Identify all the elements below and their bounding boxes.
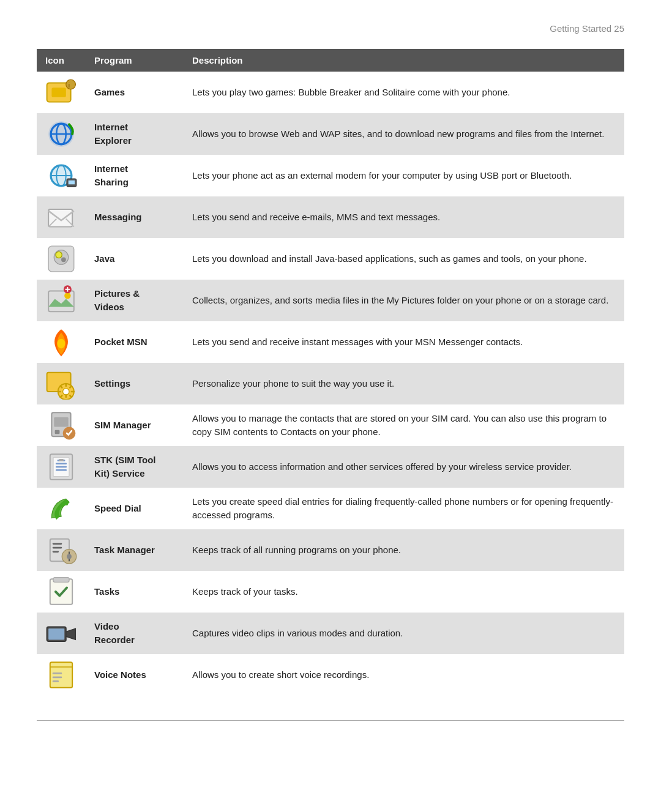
description-cell-0: Lets you play two games: Bubble Breaker … [184, 72, 624, 113]
table-row: Task ManagerKeeps track of all running p… [37, 529, 624, 571]
description-cell-1: Allows you to browse Web and WAP sites, … [184, 113, 624, 155]
program-cell-12: Tasks [86, 571, 184, 613]
icon-cell-settings [37, 363, 86, 404]
svg-point-2 [66, 80, 76, 89]
svg-rect-1 [51, 88, 65, 97]
svg-rect-36 [59, 459, 64, 461]
description-cell-7: Personalize your phone to suit the way y… [184, 363, 624, 404]
table-row: JavaLets you download and install Java-b… [37, 238, 624, 280]
svg-point-20 [61, 257, 66, 262]
description-cell-5: Collects, organizes, and sorts media fil… [184, 280, 624, 321]
table-row: i GamesLets you play two games: Bubble B… [37, 72, 624, 113]
icon-cell-task-manager [37, 529, 86, 571]
program-cell-9: STK (SIM ToolKit) Service [86, 446, 184, 488]
table-row: TasksKeeps track of your tasks. [37, 571, 624, 613]
icon-cell-games: i [37, 72, 86, 113]
program-cell-10: Speed Dial [86, 488, 184, 529]
icon-cell-tasks [37, 571, 86, 613]
svg-rect-46 [50, 662, 72, 688]
svg-rect-31 [54, 417, 68, 427]
table-row: SettingsPersonalize your phone to suit t… [37, 363, 624, 404]
icon-cell-sim-manager [37, 404, 86, 446]
description-cell-10: Lets you create speed dial entries for d… [184, 488, 624, 529]
program-cell-5: Pictures &Videos [86, 280, 184, 321]
program-cell-1: InternetExplorer [86, 113, 184, 155]
description-cell-4: Lets you download and install Java-based… [184, 238, 624, 280]
program-cell-11: Task Manager [86, 529, 184, 571]
svg-text:i: i [69, 82, 70, 89]
icon-cell-internet-explorer [37, 113, 86, 155]
program-cell-6: Pocket MSN [86, 321, 184, 363]
icon-cell-internet-sharing [37, 155, 86, 196]
icon-cell-pictures-videos [37, 280, 86, 321]
description-cell-6: Lets you send and receive instant messag… [184, 321, 624, 363]
table-row: SIM ManagerAllows you to manage the cont… [37, 404, 624, 446]
description-cell-9: Allows you to access information and oth… [184, 446, 624, 488]
svg-point-22 [64, 292, 70, 299]
svg-rect-32 [55, 430, 60, 434]
program-cell-4: Java [86, 238, 184, 280]
table-row: InternetExplorerAllows you to browse Web… [37, 113, 624, 155]
svg-rect-13 [69, 181, 75, 185]
icon-cell-voice-notes [37, 654, 86, 696]
svg-point-39 [67, 554, 72, 559]
table-row: VideoRecorderCaptures video clips in var… [37, 613, 624, 654]
description-cell-14: Allows you to create short voice recordi… [184, 654, 624, 696]
svg-point-29 [63, 389, 69, 395]
icon-cell-pocket-msn [37, 321, 86, 363]
icon-cell-messaging [37, 196, 86, 238]
svg-point-26 [58, 339, 65, 349]
description-cell-12: Keeps track of your tasks. [184, 571, 624, 613]
description-cell-2: Lets your phone act as an external modem… [184, 155, 624, 196]
program-cell-13: VideoRecorder [86, 613, 184, 654]
main-table-wrapper: Icon Program Description i GamesLets you… [37, 49, 624, 696]
page-number: Getting Started 25 [550, 23, 624, 34]
table-row: Pocket MSNLets you send and receive inst… [37, 321, 624, 363]
svg-rect-42 [50, 579, 72, 605]
icon-cell-speed-dial [37, 488, 86, 529]
program-cell-7: Settings [86, 363, 184, 404]
table-row: STK (SIM ToolKit) ServiceAllows you to a… [37, 446, 624, 488]
icon-cell-video-recorder [37, 613, 86, 654]
svg-rect-43 [53, 578, 69, 583]
icon-cell-stk [37, 446, 86, 488]
icon-cell-java [37, 238, 86, 280]
table-row: Speed DialLets you create speed dial ent… [37, 488, 624, 529]
description-cell-11: Keeps track of all running programs on y… [184, 529, 624, 571]
description-cell-13: Captures video clips in various modes an… [184, 613, 624, 654]
svg-point-19 [56, 251, 62, 258]
program-cell-14: Voice Notes [86, 654, 184, 696]
program-cell-2: InternetSharing [86, 155, 184, 196]
program-cell-0: Games [86, 72, 184, 113]
program-cell-3: Messaging [86, 196, 184, 238]
col-header-icon: Icon [37, 49, 86, 72]
program-cell-8: SIM Manager [86, 404, 184, 446]
table-row: Voice NotesAllows you to create short vo… [37, 654, 624, 696]
table-row: Pictures &VideosCollects, organizes, and… [37, 280, 624, 321]
description-cell-8: Allows you to manage the contacts that a… [184, 404, 624, 446]
svg-rect-45 [48, 628, 64, 639]
description-cell-3: Lets you send and receive e-mails, MMS a… [184, 196, 624, 238]
col-header-program: Program [86, 49, 184, 72]
col-header-description: Description [184, 49, 624, 72]
programs-table: Icon Program Description i GamesLets you… [37, 49, 624, 696]
table-row: MessagingLets you send and receive e-mai… [37, 196, 624, 238]
table-row: InternetSharingLets your phone act as an… [37, 155, 624, 196]
table-header-row: Icon Program Description [37, 49, 624, 72]
bottom-divider [37, 720, 624, 721]
svg-rect-14 [48, 209, 72, 227]
